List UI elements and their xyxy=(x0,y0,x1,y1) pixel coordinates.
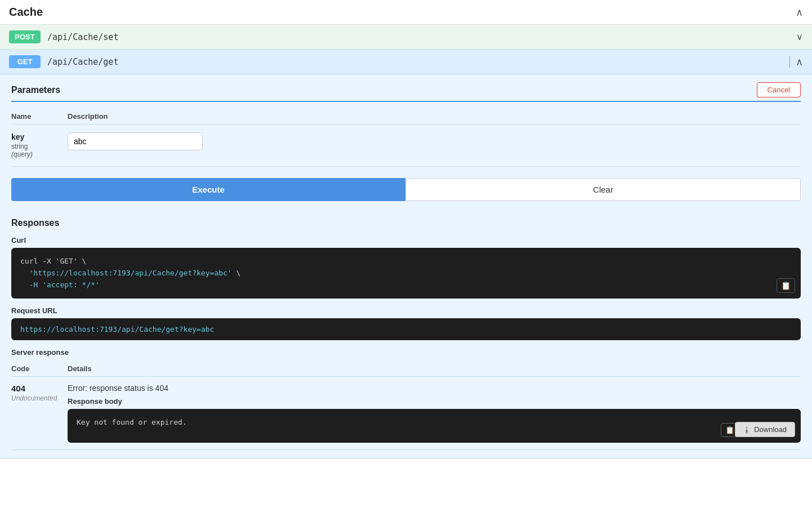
responses-title: Responses xyxy=(11,218,801,228)
request-url-value: https://localhost:7193/api/Cache/get?key… xyxy=(20,325,214,333)
get-endpoint-chevron[interactable]: ∧ xyxy=(796,56,803,68)
cancel-button[interactable]: Cancel xyxy=(757,82,801,97)
param-key-input[interactable] xyxy=(68,132,203,150)
params-col-desc-header: Description xyxy=(68,112,801,121)
responses-section: Responses Curl curl -X 'GET' \ 'https://… xyxy=(0,210,812,458)
cache-collapse-icon[interactable]: ∧ xyxy=(796,6,803,19)
params-table: Name Description key string (query) xyxy=(11,109,801,167)
curl-indent xyxy=(20,269,29,277)
curl-backslash-1: \ xyxy=(232,269,241,277)
cache-section-header: Cache ∧ xyxy=(0,0,812,25)
download-icon: ⭳ xyxy=(743,425,751,434)
resp-col-details-header: Details xyxy=(68,364,801,373)
parameters-header: Parameters Cancel xyxy=(11,82,801,102)
server-response-section: Server response Code Details 404 Undocum… xyxy=(11,348,801,450)
curl-header: -H 'accept: */*' xyxy=(29,281,100,289)
download-button[interactable]: ⭳ Download xyxy=(735,422,795,437)
curl-label: Curl xyxy=(11,236,801,244)
clear-button[interactable]: Clear xyxy=(405,178,801,201)
resp-body-label: Response body xyxy=(68,397,801,406)
server-response-label: Server response xyxy=(11,348,801,357)
param-row-key: key string (query) xyxy=(11,124,801,167)
resp-code-desc: Undocumented xyxy=(11,394,68,402)
post-endpoint-row: POST /api/Cache/set ∨ xyxy=(0,25,812,50)
action-buttons: Execute Clear xyxy=(11,178,801,201)
curl-section: Curl curl -X 'GET' \ 'https://localhost:… xyxy=(11,236,801,299)
cache-title: Cache xyxy=(9,6,43,19)
resp-details-cell: Error: response status is 404 Response b… xyxy=(68,384,801,443)
resp-code-num: 404 xyxy=(11,384,68,393)
curl-copy-button[interactable]: 📋 xyxy=(777,278,795,293)
download-label: Download xyxy=(754,425,787,434)
execute-button[interactable]: Execute xyxy=(11,178,405,201)
page-wrapper: Cache ∧ POST /api/Cache/set ∨ GET /api/C… xyxy=(0,0,812,512)
post-endpoint-left: POST /api/Cache/set xyxy=(9,30,118,43)
resp-code-cell: 404 Undocumented xyxy=(11,384,68,402)
post-method-badge: POST xyxy=(9,30,41,43)
resp-body-content: Key not found or expired. xyxy=(77,418,187,426)
get-endpoint-header: GET /api/Cache/get ∧ xyxy=(0,50,812,74)
params-table-header: Name Description xyxy=(11,109,801,124)
request-url-section: Request URL https://localhost:7193/api/C… xyxy=(11,306,801,340)
response-table-header: Code Details xyxy=(11,361,801,377)
param-input-cell xyxy=(68,132,801,150)
parameters-section: Parameters Cancel Name Description key s… xyxy=(0,74,812,201)
curl-code-block: curl -X 'GET' \ 'https://localhost:7193/… xyxy=(11,248,801,299)
param-name-cell: key string (query) xyxy=(11,132,68,158)
get-endpoint-path: /api/Cache/get xyxy=(47,57,118,67)
curl-line-1: curl -X 'GET' \ xyxy=(20,257,86,265)
resp-col-code-header: Code xyxy=(11,364,68,373)
param-location: (query) xyxy=(11,150,68,158)
param-name: key xyxy=(11,132,68,141)
response-row-404: 404 Undocumented Error: response status … xyxy=(11,377,801,450)
request-url-block: https://localhost:7193/api/Cache/get?key… xyxy=(11,318,801,340)
param-type: string xyxy=(11,143,68,150)
resp-error-text: Error: response status is 404 xyxy=(68,384,801,393)
get-endpoint-expanded: GET /api/Cache/get ∧ Parameters Cancel N… xyxy=(0,50,812,458)
get-method-badge: GET xyxy=(9,55,41,68)
post-endpoint-chevron[interactable]: ∨ xyxy=(796,32,803,42)
get-endpoint-header-right: ∧ xyxy=(789,56,803,68)
resp-body-block: Key not found or expired. 📋 ⭳ Download xyxy=(68,409,801,443)
post-endpoint-path: /api/Cache/set xyxy=(47,32,118,42)
header-divider xyxy=(789,56,790,68)
curl-indent-2 xyxy=(20,281,29,289)
curl-url: 'https://localhost:7193/api/Cache/get?ke… xyxy=(29,269,232,277)
params-col-name-header: Name xyxy=(11,112,68,121)
request-url-label: Request URL xyxy=(11,306,801,315)
get-endpoint-header-left: GET /api/Cache/get xyxy=(9,55,118,68)
parameters-title: Parameters xyxy=(11,85,60,95)
